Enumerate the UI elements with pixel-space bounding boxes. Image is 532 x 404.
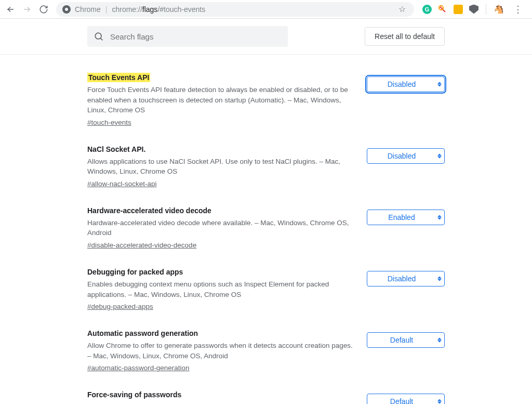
flags-list: Touch Events APIForce Touch Events API f…	[0, 55, 532, 404]
flag-row: Hardware-accelerated video decodeHardwar…	[87, 199, 445, 260]
extension-noscript-icon[interactable]	[438, 5, 447, 14]
svg-point-2	[95, 33, 101, 39]
flag-select-wrap: Disabled	[367, 148, 445, 164]
bookmark-star-icon[interactable]: ☆	[398, 4, 406, 14]
flag-description: Allows applications to use NaCl Socket A…	[87, 157, 356, 177]
reset-all-button[interactable]: Reset all to default	[365, 27, 445, 46]
address-bar[interactable]: Chrome | chrome://flags/#touch-events ☆	[56, 2, 414, 17]
flag-row: Automatic password generationAllow Chrom…	[87, 322, 445, 383]
flag-row: Touch Events APIForce Touch Events API f…	[87, 66, 445, 138]
flag-row: Debugging for packed appsEnables debuggi…	[87, 260, 445, 322]
toolbar-divider	[486, 4, 486, 15]
flag-permalink[interactable]: #automatic-password-generation	[87, 364, 190, 372]
flag-select-wrap: Default	[367, 394, 445, 404]
flag-select[interactable]: Default	[367, 332, 445, 348]
flag-select-wrap: Disabled	[367, 76, 445, 92]
flag-permalink[interactable]: #allow-nacl-socket-api	[87, 180, 157, 188]
site-info-icon[interactable]	[62, 5, 71, 14]
flag-title: Automatic password generation	[87, 329, 198, 337]
search-icon	[94, 31, 104, 42]
back-button[interactable]	[3, 2, 18, 17]
search-flags-input[interactable]	[109, 32, 282, 42]
reload-button[interactable]	[36, 2, 51, 17]
flag-description: Hardware-accelerated video decode where …	[87, 218, 356, 238]
flag-description: Allow the user to manually enforce passw…	[87, 402, 356, 404]
flag-title: Touch Events API	[87, 73, 150, 82]
svg-line-3	[101, 38, 103, 41]
flag-title: NaCl Socket API.	[87, 145, 145, 153]
flag-title: Force-saving of passwords	[87, 390, 181, 399]
extensions-area: G 🐴 ⋮	[419, 4, 529, 15]
flag-title: Hardware-accelerated video decode	[87, 206, 211, 215]
flag-select[interactable]: Disabled	[367, 271, 445, 286]
browser-toolbar: Chrome | chrome://flags/#touch-events ☆ …	[0, 0, 532, 19]
flag-row: Force-saving of passwordsAllow the user …	[87, 383, 445, 404]
arrow-left-icon	[6, 5, 15, 14]
url-text: Chrome | chrome://flags/#touch-events	[75, 5, 394, 14]
flag-select[interactable]: Disabled	[367, 76, 445, 92]
flag-description: Enables debugging context menu options s…	[87, 279, 356, 299]
forward-button[interactable]	[20, 2, 34, 17]
extension-yellow-icon[interactable]	[454, 5, 463, 14]
flag-description: Allow Chrome to offer to generate passwo…	[87, 341, 356, 361]
chrome-menu-button[interactable]: ⋮	[510, 4, 526, 15]
flags-header: Reset all to default	[0, 19, 532, 55]
flag-row: NaCl Socket API.Allows applications to u…	[87, 138, 445, 199]
flag-select[interactable]: Default	[367, 394, 445, 404]
extension-grammarly-icon[interactable]: G	[422, 5, 432, 14]
search-flags-wrap[interactable]	[87, 26, 288, 47]
extension-misc-icon[interactable]: 🐴	[494, 4, 504, 14]
flag-select-wrap: Disabled	[367, 271, 445, 286]
arrow-right-icon	[22, 5, 32, 14]
flag-permalink[interactable]: #disable-accelerated-video-decode	[87, 241, 196, 249]
flag-description: Force Touch Events API feature detection…	[87, 85, 356, 115]
flag-select[interactable]: Disabled	[367, 148, 445, 164]
flag-select[interactable]: Enabled	[367, 210, 445, 225]
flag-title: Debugging for packed apps	[87, 268, 183, 276]
flag-permalink[interactable]: #debug-packed-apps	[87, 303, 153, 310]
flag-select-wrap: Enabled	[367, 210, 445, 225]
extension-ublock-icon[interactable]	[469, 5, 478, 14]
flag-permalink[interactable]: #touch-events	[87, 119, 131, 126]
reload-icon	[39, 5, 48, 14]
flag-select-wrap: Default	[367, 332, 445, 348]
